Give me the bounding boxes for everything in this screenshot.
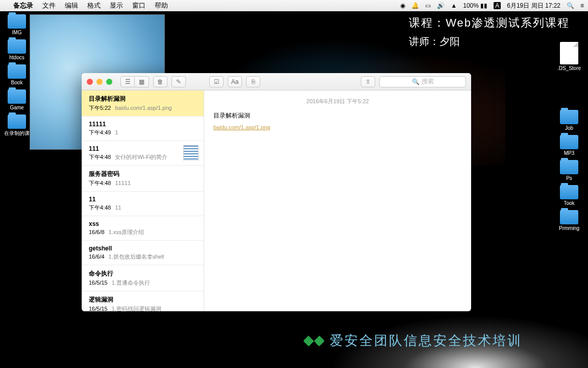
folder-job[interactable]: Job (560, 110, 578, 131)
attach-button[interactable]: ⎘ (246, 76, 260, 87)
note-item-title: getshell (89, 245, 197, 252)
zoom-button[interactable] (106, 79, 112, 85)
note-item-title: 111 (89, 145, 178, 152)
menu-file[interactable]: 文件 (42, 1, 56, 10)
battery-status[interactable]: 100% ▮▮ (463, 2, 487, 9)
course-overlay: 课程：Web渗透测试系列课程 讲师：夕阳 (409, 15, 570, 49)
note-item-sub: 16/6/41.抓包改后缀名拿shell (89, 253, 197, 261)
note-item-title: 目录解析漏洞 (89, 95, 197, 103)
note-item-title: 命令执行 (89, 269, 197, 278)
note-item-title: 11111 (89, 121, 197, 128)
note-item-sub: 下午4:4811111 (89, 179, 197, 187)
note-item[interactable]: 命令执行 16/5/151.普通命令执行 (82, 265, 204, 291)
note-item[interactable]: 服务器密码 下午4:4811111 (82, 166, 204, 192)
folder-took[interactable]: Took (560, 185, 578, 206)
titlebar[interactable]: ☰ ▦ 🗑 ✎ ☑ Aa ⎘ ⇧ 🔍 搜索 (82, 73, 471, 90)
view-list-button[interactable]: ☰ (120, 76, 135, 87)
note-item-sub: 下午4:48女仆的对Wi-Fi的简介 (89, 153, 178, 161)
format-button[interactable]: Aa (228, 76, 242, 87)
folder-htdocs[interactable]: htdocs (4, 39, 30, 60)
checklist-button[interactable]: ☑ (209, 76, 224, 87)
share-button[interactable]: ⇧ (361, 76, 375, 87)
note-item-sub: 下午4:4811 (89, 204, 197, 212)
clock[interactable]: 6月19日 周日 17:22 (507, 2, 560, 10)
notes-window: ☰ ▦ 🗑 ✎ ☑ Aa ⎘ ⇧ 🔍 搜索 目录解析漏洞 下午5:22baidu… (82, 73, 471, 311)
input-source[interactable]: A (494, 2, 501, 9)
note-item-title: xss (89, 220, 197, 227)
folder-ps[interactable]: Ps (560, 160, 578, 181)
delete-button[interactable]: 🗑 (153, 76, 167, 87)
note-item[interactable]: 111 下午4:48女仆的对Wi-Fi的简介 (82, 141, 204, 166)
note-item-sub: 下午5:22baidu.com/1.asp/1.png (89, 104, 197, 112)
menu-format[interactable]: 格式 (87, 1, 101, 10)
minimize-button[interactable] (96, 79, 103, 85)
spotlight-icon[interactable]: 🔍 (567, 2, 574, 9)
notification-icon[interactable]: 🔔 (411, 2, 419, 9)
note-link[interactable]: baidu.com/1.asp/1.png (213, 124, 270, 130)
search-icon: 🔍 (412, 78, 420, 85)
note-item[interactable]: 11111 下午4:491 (82, 117, 204, 141)
note-item[interactable]: 逻辑漏洞 16/5/151.密码找回逻辑漏洞 (82, 291, 204, 311)
banner-text: 爱安全团队信息安全技术培训 (330, 332, 522, 350)
note-item-sub: 下午4:491 (89, 129, 197, 136)
notes-list[interactable]: 目录解析漏洞 下午5:22baidu.com/1.asp/1.png 11111… (82, 90, 204, 311)
view-grid-button[interactable]: ▦ (135, 76, 149, 87)
course-instructor: 讲师：夕阳 (409, 35, 570, 49)
note-item[interactable]: 目录解析漏洞 下午5:22baidu.com/1.asp/1.png (82, 90, 204, 117)
note-date: 2016年6月19日 下午5:22 (213, 98, 462, 105)
desktop-right-icons: .DS_Store Job MP3 Ps Took Prmming (554, 42, 584, 231)
search-field[interactable]: 🔍 搜索 (379, 76, 466, 87)
compose-button[interactable]: ✎ (172, 76, 186, 87)
note-item[interactable]: 11 下午4:4811 (82, 192, 204, 216)
app-name[interactable]: 备忘录 (13, 1, 33, 10)
search-placeholder: 搜索 (422, 77, 434, 86)
traffic-lights (87, 79, 112, 85)
close-button[interactable] (87, 79, 93, 85)
menu-help[interactable]: 帮助 (155, 1, 168, 10)
note-item-title: 11 (89, 196, 197, 203)
note-item-title: 服务器密码 (89, 170, 197, 178)
wifi-icon[interactable]: ▲ (451, 2, 457, 9)
folder-img[interactable]: IMG (4, 14, 30, 35)
volume-icon[interactable]: 🔊 (437, 2, 445, 9)
display-icon[interactable]: ▭ (425, 2, 431, 9)
record-icon[interactable]: ◉ (400, 2, 405, 9)
menubar: 备忘录 文件 编辑 格式 显示 窗口 帮助 ◉ 🔔 ▭ 🔊 ▲ 100% ▮▮ … (0, 0, 588, 11)
folder-book[interactable]: Book (4, 64, 30, 85)
note-item[interactable]: getshell 16/6/41.抓包改后缀名拿shell (82, 241, 204, 265)
note-content[interactable]: 2016年6月19日 下午5:22 目录解析漏洞 baidu.com/1.asp… (204, 90, 471, 311)
note-item-title: 逻辑漏洞 (89, 295, 197, 304)
desktop-left-icons: IMG htdocs Book Game 在录制的课 (4, 14, 30, 137)
menu-edit[interactable]: 编辑 (65, 1, 78, 10)
folder-game[interactable]: Game (4, 89, 30, 110)
course-title: 课程：Web渗透测试系列课程 (409, 15, 570, 31)
menu-extras-icon[interactable]: ≡ (580, 2, 584, 9)
note-thumb (183, 145, 199, 160)
banner-logo-icon (303, 330, 325, 351)
menu-view[interactable]: 显示 (110, 1, 123, 10)
bottom-banner: 爱安全团队信息安全技术培训 (306, 332, 522, 350)
note-title: 目录解析漏洞 (213, 111, 462, 120)
note-item-sub: 16/6/81.xss原理介绍 (89, 228, 197, 236)
menu-window[interactable]: 窗口 (132, 1, 145, 10)
note-item-sub: 16/5/151.普通命令执行 (89, 279, 197, 287)
note-item-sub: 16/5/151.密码找回逻辑漏洞 (89, 305, 197, 311)
note-item[interactable]: xss 16/6/81.xss原理介绍 (82, 216, 204, 241)
folder-programming[interactable]: Prmming (559, 210, 579, 231)
folder-recording[interactable]: 在录制的课 (4, 114, 30, 137)
folder-mp3[interactable]: MP3 (560, 135, 578, 156)
